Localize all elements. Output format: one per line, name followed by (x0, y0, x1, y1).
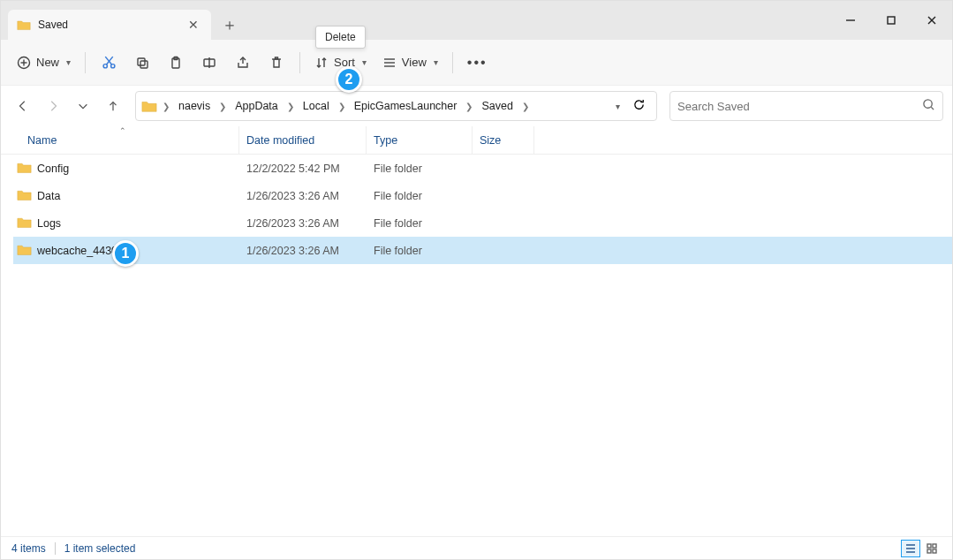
cut-button[interactable] (93, 47, 125, 79)
new-button[interactable]: New ▾ (10, 47, 78, 79)
breadcrumb-segment[interactable]: Saved (478, 96, 516, 116)
titlebar: Saved ✕ ＋ (1, 1, 952, 40)
column-size[interactable]: Size (473, 126, 534, 154)
chevron-right-icon[interactable]: ❯ (285, 102, 296, 111)
delete-tooltip: Delete (315, 26, 366, 49)
file-name: webcache_4430 (37, 245, 117, 257)
file-date: 1/26/2023 3:26 AM (239, 217, 367, 230)
chevron-down-icon: ▾ (434, 57, 438, 67)
divider (55, 542, 56, 555)
divider (452, 52, 453, 73)
view-label: View (402, 56, 427, 69)
close-tab-button[interactable]: ✕ (185, 16, 202, 34)
file-type: File folder (367, 245, 473, 257)
svg-rect-1 (888, 17, 895, 24)
svg-rect-26 (933, 544, 936, 548)
up-button[interactable] (100, 93, 126, 119)
window-controls (830, 1, 952, 40)
file-row[interactable]: Data 1/26/2023 3:26 AM File folder (13, 182, 952, 209)
details-view-button[interactable] (901, 540, 920, 557)
folder-icon (141, 99, 157, 113)
chevron-right-icon[interactable]: ❯ (161, 102, 171, 111)
annotation-badge-2: 2 (336, 66, 362, 93)
rename-button[interactable] (193, 47, 225, 79)
file-name: Data (37, 190, 60, 202)
view-toggles (901, 540, 942, 557)
address-bar[interactable]: ❯ naevis ❯ AppData ❯ Local ❯ EpicGamesLa… (135, 91, 657, 121)
column-name[interactable]: Name (13, 126, 239, 154)
annotation-badge-1: 1 (112, 240, 139, 267)
file-name: Config (37, 163, 69, 175)
share-button[interactable] (227, 47, 259, 79)
folder-icon (17, 243, 32, 259)
svg-rect-12 (140, 61, 147, 68)
search-icon[interactable] (922, 98, 935, 115)
breadcrumb-segment[interactable]: naevis (175, 96, 214, 116)
file-list: Config 12/2/2022 5:42 PM File folder Dat… (1, 155, 952, 264)
breadcrumb-segment[interactable]: Local (299, 96, 333, 116)
tabs-area: Saved ✕ ＋ (1, 1, 830, 40)
active-tab[interactable]: Saved ✕ (8, 10, 211, 40)
new-tab-button[interactable]: ＋ (215, 10, 245, 40)
new-label: New (36, 56, 59, 69)
folder-icon (17, 161, 32, 177)
chevron-right-icon[interactable]: ❯ (520, 102, 531, 111)
svg-rect-11 (138, 58, 145, 65)
svg-rect-25 (927, 544, 931, 548)
svg-rect-27 (927, 549, 931, 553)
divider (299, 52, 300, 73)
chevron-down-icon: ▾ (66, 57, 71, 67)
delete-button[interactable] (261, 47, 292, 79)
view-button[interactable]: View ▾ (375, 47, 445, 79)
thumbnails-view-button[interactable] (922, 540, 942, 557)
file-type: File folder (367, 163, 473, 175)
maximize-button[interactable] (871, 1, 911, 40)
forward-button[interactable] (40, 93, 66, 119)
search-box[interactable] (669, 91, 943, 121)
folder-icon (17, 216, 32, 231)
file-date: 1/26/2023 3:26 AM (239, 245, 367, 257)
file-date: 12/2/2022 5:42 PM (239, 163, 367, 175)
copy-button[interactable] (126, 47, 158, 79)
dropdown-icon[interactable]: ▾ (616, 102, 620, 111)
chevron-right-icon[interactable]: ❯ (337, 102, 347, 111)
file-row-selected[interactable]: webcache_4430 1/26/2023 3:26 AM File fol… (13, 237, 952, 264)
file-type: File folder (367, 190, 473, 202)
toolbar: New ▾ Sort ▾ View ▾ ••• Delete (1, 40, 952, 86)
minimize-button[interactable] (830, 1, 871, 40)
svg-line-21 (931, 107, 934, 110)
svg-rect-28 (933, 549, 936, 553)
file-name: Logs (37, 217, 61, 230)
tab-title: Saved (38, 19, 178, 31)
folder-icon (17, 188, 32, 204)
close-window-button[interactable] (911, 1, 952, 40)
svg-point-20 (924, 99, 932, 107)
chevron-right-icon[interactable]: ❯ (464, 102, 474, 111)
paste-button[interactable] (160, 47, 192, 79)
svg-line-10 (105, 57, 111, 64)
file-type: File folder (367, 217, 473, 230)
selection-count: 1 item selected (64, 542, 136, 555)
refresh-button[interactable] (632, 98, 646, 115)
navbar: ❯ naevis ❯ AppData ❯ Local ❯ EpicGamesLa… (1, 86, 952, 126)
recent-button[interactable] (70, 93, 96, 119)
address-actions: ▾ (616, 98, 651, 115)
item-count: 4 items (11, 542, 46, 555)
column-type[interactable]: Type (367, 126, 473, 154)
chevron-down-icon: ▾ (362, 57, 367, 67)
breadcrumb-segment[interactable]: EpicGamesLauncher (351, 96, 461, 116)
file-row[interactable]: Config 12/2/2022 5:42 PM File folder (13, 155, 952, 182)
search-input[interactable] (677, 100, 922, 113)
column-headers: ⌃ Name Date modified Type Size (1, 126, 952, 155)
more-button[interactable]: ••• (460, 47, 495, 79)
breadcrumb-segment[interactable]: AppData (231, 96, 282, 116)
chevron-right-icon[interactable]: ❯ (217, 102, 228, 111)
file-row[interactable]: Logs 1/26/2023 3:26 AM File folder (13, 209, 952, 237)
back-button[interactable] (10, 93, 36, 119)
column-date[interactable]: Date modified (239, 126, 367, 154)
divider (85, 52, 86, 73)
file-date: 1/26/2023 3:26 AM (239, 190, 367, 202)
status-bar: 4 items 1 item selected (1, 536, 952, 559)
folder-icon (17, 19, 31, 31)
svg-line-9 (106, 57, 112, 64)
